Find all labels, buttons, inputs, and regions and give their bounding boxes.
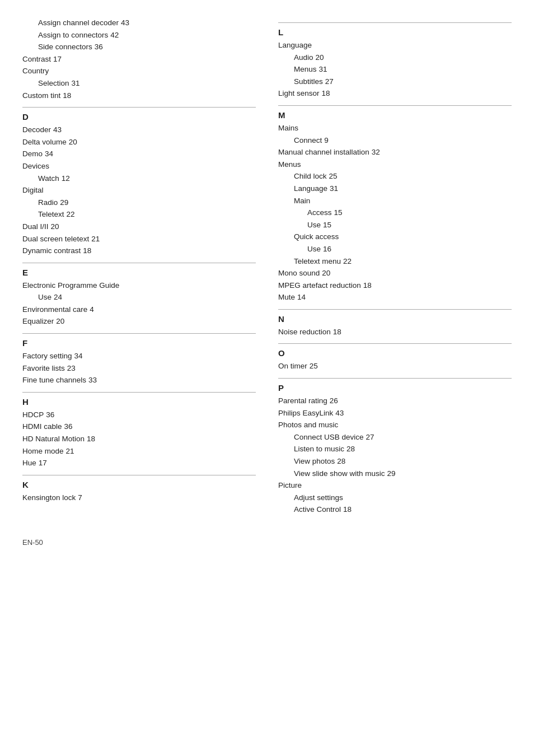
index-entry: Assign channel decoder 43 — [22, 17, 256, 29]
entry-label: Language — [278, 39, 312, 52]
entry-label: Language — [294, 183, 327, 195]
entry-label: Adjust settings — [294, 492, 343, 504]
entry-page: 18 — [83, 245, 91, 257]
entry-page: 20 — [322, 267, 330, 279]
entry-label: Watch — [38, 172, 59, 185]
entry-label: Menus — [278, 158, 301, 171]
section-divider — [278, 105, 512, 106]
entry-page: 18 — [343, 503, 352, 516]
index-entry: Electronic Programme Guide — [22, 279, 256, 292]
index-section-o: OOn timer 25 — [278, 343, 512, 372]
entry-page: 20 — [316, 52, 324, 64]
entry-page: 33 — [88, 374, 97, 386]
section-divider — [278, 378, 512, 379]
entry-label: Use — [307, 243, 321, 255]
index-entry: Mute 14 — [278, 291, 512, 304]
index-entry: Custom tint 18 — [22, 90, 256, 102]
entry-page: 31 — [319, 63, 327, 76]
entry-label: Digital — [22, 184, 44, 197]
section-letter: E — [22, 268, 256, 277]
index-entry: Photos and music — [278, 419, 512, 431]
index-entry: Audio 20 — [278, 52, 512, 64]
entry-page: 22 — [343, 255, 352, 268]
index-entry: HDCP 36 — [22, 409, 256, 421]
entry-label: Equalizer — [22, 315, 54, 328]
entry-label: Environmental care — [22, 304, 87, 316]
entry-label: Home mode — [22, 445, 64, 458]
index-entry: Mains — [278, 122, 512, 134]
entry-page: 25 — [310, 360, 318, 372]
section-divider — [22, 333, 256, 334]
entry-page: 18 — [322, 87, 330, 100]
index-entry: Devices — [22, 160, 256, 172]
entry-label: Photos and music — [278, 419, 338, 431]
index-entry: Radio 29 — [22, 197, 256, 209]
index-entry: Menus — [278, 158, 512, 171]
section-divider — [22, 475, 256, 475]
entry-label: Kensington lock — [22, 492, 76, 504]
index-entry: Factory setting 34 — [22, 350, 256, 362]
entry-label: Teletext menu — [294, 255, 341, 268]
index-entry: Menus 31 — [278, 63, 512, 76]
index-section-f: FFactory setting 34Favorite lists 23Fine… — [22, 333, 256, 386]
entry-page: 15 — [334, 207, 343, 219]
entry-page: 27 — [366, 431, 374, 444]
entry-page: 15 — [323, 219, 331, 231]
entry-page: 25 — [329, 170, 338, 183]
entry-page: 28 — [346, 443, 355, 455]
index-entry: Subtitles 27 — [278, 76, 512, 88]
entry-label: Factory setting — [22, 350, 72, 362]
entry-label: Decoder — [22, 124, 51, 136]
footer-label: EN-50 — [22, 538, 512, 547]
index-entry: Digital — [22, 184, 256, 197]
section-letter: M — [278, 110, 512, 120]
entry-label: Dynamic contrast — [22, 245, 81, 257]
index-entry: Main — [278, 195, 512, 207]
entry-label: View slide show with music — [294, 468, 385, 480]
entry-page: 34 — [45, 148, 53, 160]
entry-label: Custom tint — [22, 90, 60, 102]
entry-label: Assign channel decoder — [38, 17, 119, 29]
left-column: Assign channel decoder 43Assign to conne… — [22, 17, 273, 521]
section-divider — [22, 107, 256, 108]
entry-page: 43 — [53, 124, 62, 136]
index-entry: Parental rating 26 — [278, 395, 512, 407]
entry-label: Dual I/II — [22, 221, 49, 233]
entry-label: Hue — [22, 457, 36, 469]
index-entry: Manual channel installation 32 — [278, 146, 512, 158]
entry-label: HDCP — [22, 409, 44, 421]
entry-page: 43 — [335, 407, 344, 419]
section-divider — [278, 343, 512, 344]
entry-page: 36 — [95, 41, 103, 53]
index-entry: Teletext 22 — [22, 208, 256, 221]
entry-page: 17 — [53, 53, 62, 66]
section-divider — [22, 263, 256, 263]
entry-page: 4 — [90, 304, 94, 316]
entry-page: 12 — [62, 172, 70, 185]
entry-page: 21 — [91, 233, 100, 245]
entry-page: 18 — [87, 433, 95, 445]
entry-label: Connect — [294, 134, 322, 147]
index-entry: Selection 31 — [22, 77, 256, 90]
entry-label: Connect USB device — [294, 431, 364, 444]
index-entry: MPEG artefact reduction 18 — [278, 279, 512, 292]
section-letter: P — [278, 383, 512, 393]
entry-page: 26 — [330, 395, 338, 407]
entry-label: Child lock — [294, 170, 327, 183]
entry-label: Demo — [22, 148, 43, 160]
index-section-d: DDecoder 43Delta volume 20Demo 34Devices… — [22, 107, 256, 257]
entry-page: 42 — [110, 29, 119, 41]
entry-label: Electronic Programme Guide — [22, 279, 119, 292]
entry-page: 27 — [325, 76, 334, 88]
section-letter: L — [278, 27, 512, 37]
index-entry: Use 24 — [22, 291, 256, 304]
entry-label: Philips EasyLink — [278, 407, 333, 419]
index-entry: Language — [278, 39, 512, 52]
index-entry: Demo 34 — [22, 148, 256, 160]
index-section-e: EElectronic Programme GuideUse 24Environ… — [22, 263, 256, 328]
entry-page: 20 — [51, 221, 59, 233]
entry-label: Assign to connectors — [38, 29, 108, 41]
section-letter: D — [22, 112, 256, 122]
top-section: Assign channel decoder 43Assign to conne… — [22, 17, 256, 101]
entry-page: 31 — [330, 183, 338, 195]
